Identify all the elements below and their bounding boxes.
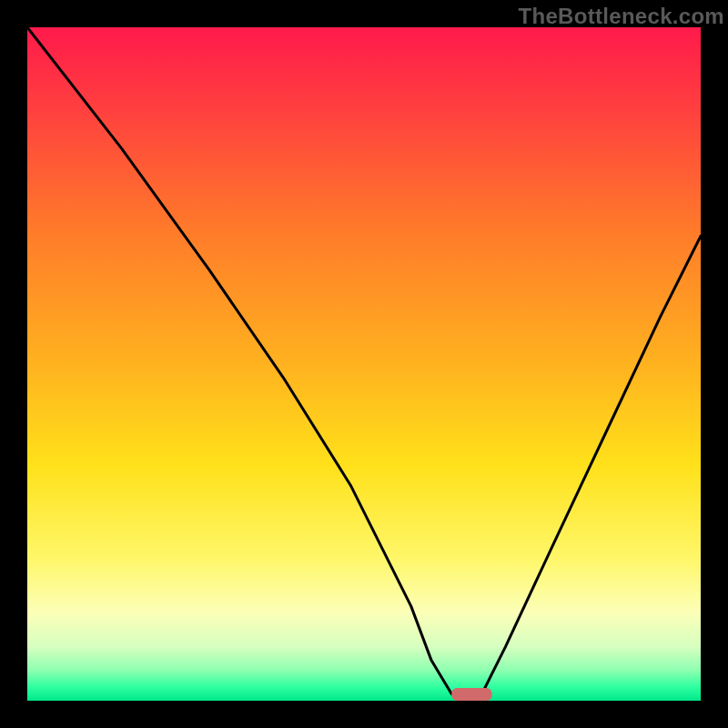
chart-frame: TheBottleneck.com bbox=[0, 0, 728, 728]
chart-svg bbox=[27, 27, 701, 701]
gradient-background bbox=[27, 27, 701, 701]
plot-area bbox=[27, 27, 701, 701]
optimum-marker bbox=[451, 688, 491, 701]
watermark-text: TheBottleneck.com bbox=[519, 4, 724, 29]
